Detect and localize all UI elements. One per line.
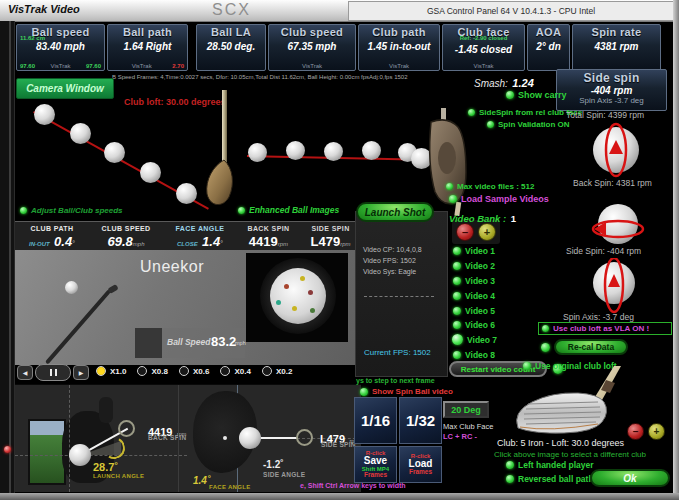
metric-source: VisTrak: [302, 63, 322, 69]
ball-speed-overlay: Ball Speed 83.2 mph: [135, 328, 245, 358]
stat-back-spin: BACK SPIN 4419rpm: [237, 222, 300, 251]
video-item-1[interactable]: Video 1: [453, 246, 495, 256]
led-icon: [452, 334, 463, 345]
left-handed-toggle[interactable]: Left handed player: [506, 460, 594, 470]
gauge-back-spin-label: BACK SPIN: [148, 434, 186, 441]
side-spin-panel: Side spin -404 rpm Spin Axis -3.7 deg: [556, 69, 667, 111]
adjust-speeds-toggle[interactable]: Adjust Ball/Club speeds: [20, 206, 123, 215]
enhanced-ball-images-toggle[interactable]: Enhanced Ball Images: [238, 205, 339, 215]
max-video-files-toggle[interactable]: Max video files : 512: [446, 182, 534, 191]
metric-footer: VisTrak: [272, 63, 352, 69]
gauge-side-spin-label: SIDE SPIN: [321, 441, 356, 448]
smash-label: Smash:: [474, 78, 508, 89]
metric-label: Ball path: [108, 26, 187, 38]
use-club-loft-vla-toggle[interactable]: Use club loft as VLA ON !: [538, 322, 672, 335]
speed-radio-x08[interactable]: X0.8: [137, 366, 167, 376]
row-ball: [248, 143, 267, 162]
club-photo[interactable]: [498, 366, 648, 436]
row-ball: [362, 141, 381, 160]
sim-screen-thumbnail: [28, 419, 66, 485]
smash-factor: Smash: 1.24: [474, 73, 534, 91]
video-item-2[interactable]: Video 2: [453, 261, 495, 271]
video-item-3[interactable]: Video 3: [453, 276, 495, 286]
led-icon: [453, 277, 461, 285]
radio-icon: [220, 366, 230, 376]
club-loft-minus-button[interactable]: –: [627, 423, 644, 440]
metric-note: Ref: -2.90 closed: [443, 35, 524, 41]
camera-watermark: Uneekor: [140, 258, 204, 276]
max-club-face-box: 20 Deg: [443, 401, 489, 418]
step-back-button[interactable]: ◀: [17, 365, 33, 380]
overlay-dark-block: [135, 328, 162, 358]
led-icon: [468, 109, 475, 116]
camera-window-label: Camera Window: [26, 83, 104, 94]
step-forward-button[interactable]: ▶: [73, 365, 89, 380]
width-hint-text: e, Shift Ctrl Arrow keys to width: [300, 482, 406, 489]
trajectory-ball: [104, 142, 125, 163]
spin-validation-toggle[interactable]: Spin Validation ON: [487, 120, 570, 129]
video-item-8[interactable]: Video 8: [453, 350, 495, 360]
speed-radio-x10[interactable]: X1.0: [96, 366, 126, 376]
video-bank-number: 1: [511, 213, 516, 224]
max-club-face-value: 20 Deg: [451, 405, 481, 415]
shutter-1-32-button[interactable]: 1/32: [399, 397, 442, 444]
speed-radio-x06[interactable]: X0.6: [179, 366, 209, 376]
camera-club-hosel: [107, 284, 119, 294]
save-frames-button[interactable]: R-click Save Shift MP4 Frames: [354, 446, 397, 483]
recal-data-button[interactable]: Re-cal Data: [554, 339, 628, 355]
control-panel-title: GSA Control Panel 64 V 10.4.1.3 - CPU In…: [348, 1, 674, 21]
video-item-4[interactable]: Video 4: [453, 291, 495, 301]
side-spin-arrow-icon: [296, 429, 313, 446]
metric-footer: VisTrak2.70: [111, 63, 184, 69]
side-spin-label: Side Spin: -404 rpm: [566, 246, 641, 256]
led-icon: [453, 292, 461, 300]
metric-value: 1.64 Right: [108, 41, 187, 52]
video-sys: Video Sys: Eagle: [363, 266, 422, 277]
stat-side-spin: SIDE SPIN L479rpm: [300, 222, 361, 251]
gauge-side-angle-label: SIDE ANGLE: [263, 471, 306, 478]
video-info-lines: Video CP: 10,4,0,8 Video FPS: 1502 Video…: [363, 244, 422, 277]
metric-value: 28.50 deg.: [197, 41, 265, 52]
pause-bar: [50, 369, 52, 376]
step-hint-text: ys to step to next frame: [356, 377, 435, 384]
led-icon: [446, 183, 453, 190]
load-sample-videos-button[interactable]: Load Sample Videos: [449, 194, 549, 204]
video-fps: Video FPS: 1502: [363, 255, 422, 266]
ok-button[interactable]: Ok: [590, 469, 670, 487]
side-spin-axis: Spin Axis -3.7 deg: [557, 96, 666, 105]
led-icon: [506, 461, 514, 469]
app-window: VisTrak Video SCX GSA Control Panel 64 V…: [0, 0, 679, 500]
video-item-5[interactable]: Video 5: [453, 306, 495, 316]
metric-aoa: AOA 2° dn: [527, 24, 570, 71]
metric-value: 83.40 mph: [17, 41, 104, 52]
gauge-divider: [178, 385, 179, 492]
metric-ball-speed: Ball speed 11.62 cm 83.40 mph 97.60VisTr…: [16, 24, 105, 71]
show-carry-toggle[interactable]: Show carry: [506, 90, 567, 100]
trajectory-ball: [34, 104, 55, 125]
video-item-7[interactable]: Video 7: [452, 334, 497, 345]
driver-center-dot: [223, 436, 227, 440]
video-bank-label-row: Video Bank : 1: [449, 208, 516, 226]
app-title: VisTrak Video: [8, 3, 80, 15]
stat-club-path: CLUB PATH IN-OUT 0.4°: [15, 222, 89, 251]
launch-shot-button[interactable]: Launch Shot: [356, 202, 434, 222]
lc-rc-label: LC + RC -: [443, 432, 477, 441]
speed-radio-x02[interactable]: X0.2: [262, 366, 292, 376]
load-frames-button[interactable]: R-click Load Frames: [399, 446, 442, 483]
shutter-1-16-button[interactable]: 1/16: [354, 397, 397, 444]
metric-source: VisTrak: [50, 63, 70, 69]
pause-button[interactable]: [35, 364, 71, 381]
camera-window-button[interactable]: Camera Window: [16, 78, 114, 99]
speed-radio-x04[interactable]: X0.4: [220, 366, 250, 376]
frame-red-led-icon: [4, 446, 11, 453]
gauges-panel: 4419 rpm BACK SPIN 28.7˚ LAUNCH ANGLE L4…: [15, 384, 361, 492]
club-loft-plus-button[interactable]: +: [648, 423, 665, 440]
metric-ref-left: 97.60: [20, 63, 35, 69]
show-spin-ball-video-toggle[interactable]: Show Spin Ball video: [360, 387, 453, 396]
marker-dot: [276, 300, 281, 305]
metric-footer: VisTrak: [362, 63, 436, 69]
video-item-6[interactable]: Video 6: [453, 320, 495, 330]
metric-label: AOA: [528, 26, 569, 38]
led-icon: [487, 121, 494, 128]
gauge-face-angle: 1.4˚: [193, 475, 210, 486]
